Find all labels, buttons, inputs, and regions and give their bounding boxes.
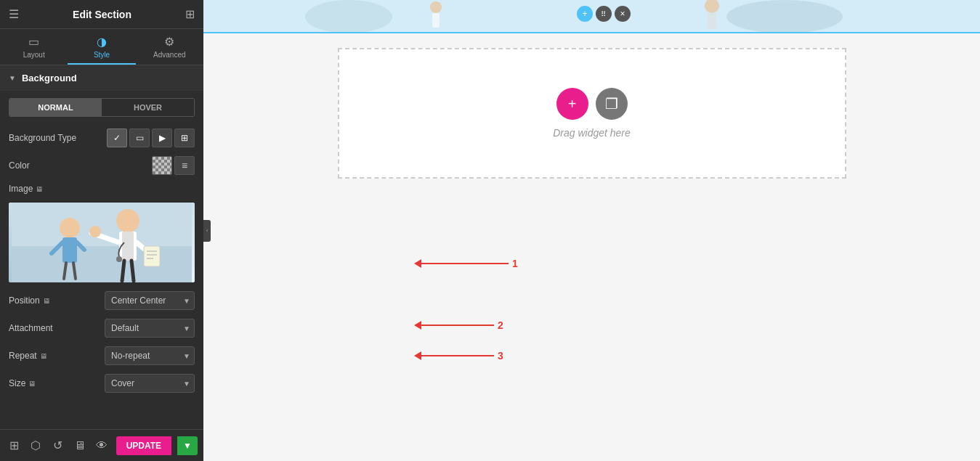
doctor-illustration	[9, 203, 195, 282]
sidebar-title: Edit Section	[19, 9, 185, 20]
position-label: Position 🖥	[9, 295, 99, 306]
repeat-select-wrap: No-repeat Repeat Repeat-X Repeat-Y ▼	[105, 346, 195, 365]
size-row: Size 🖥 Cover Contain Auto ▼	[0, 370, 203, 397]
banner-controls: + ⠿ ×	[577, 6, 631, 22]
repeat-monitor-icon: 🖥	[40, 352, 47, 360]
color-label: Color	[9, 160, 146, 171]
svg-line-19	[131, 261, 134, 281]
svg-point-24	[430, 1, 442, 13]
svg-line-18	[122, 261, 124, 281]
banner-add-button[interactable]: +	[577, 6, 593, 22]
banner-move-button[interactable]: ⠿	[596, 6, 612, 22]
background-type-controls: ✓ ▭ ▶ ⊞	[107, 128, 195, 147]
state-btn-hover[interactable]: HOVER	[102, 99, 194, 116]
svg-point-8	[116, 209, 139, 232]
size-label: Size 🖥	[9, 378, 99, 388]
color-list-button[interactable]: ≡	[174, 156, 195, 175]
state-buttons: NORMAL HOVER	[9, 98, 195, 117]
bg-type-slideshow[interactable]: ⊞	[174, 128, 195, 147]
sidebar-header: ☰ Edit Section ⊞	[0, 0, 203, 29]
bg-type-classic[interactable]: ▭	[129, 128, 150, 147]
drop-zone-buttons: + ❐	[556, 88, 628, 120]
color-controls: ≡	[152, 156, 195, 175]
section-collapse-icon: ▼	[9, 74, 16, 82]
image-preview-inner	[9, 203, 195, 282]
style-icon: ◑	[97, 35, 107, 49]
state-btn-normal[interactable]: NORMAL	[9, 99, 102, 116]
svg-rect-10	[122, 232, 134, 261]
advanced-icon: ⚙	[164, 35, 174, 49]
background-type-row: Background Type ✓ ▭ ▶ ⊞	[0, 124, 203, 152]
drop-zone-copy-button[interactable]: ❐	[596, 88, 628, 120]
image-label-row: Image 🖥	[0, 179, 203, 198]
tab-advanced-label: Advanced	[153, 51, 185, 59]
svg-point-11	[116, 256, 122, 262]
stack-icon[interactable]: ⬡	[28, 436, 44, 456]
bg-type-video[interactable]: ▶	[152, 128, 172, 147]
background-section-title: Background	[22, 73, 77, 83]
repeat-row: Repeat 🖥 No-repeat Repeat Repeat-X Repea…	[0, 342, 203, 370]
background-section-header[interactable]: ▼ Background	[0, 65, 203, 91]
drop-zone: + ❐ Drag widget here	[338, 48, 846, 179]
attachment-select-wrap: Default Fixed Scroll ▼	[105, 319, 195, 338]
attachment-row: Attachment Default Fixed Scroll ▼	[0, 314, 203, 342]
collapse-handle[interactable]: ‹	[203, 220, 211, 242]
position-select[interactable]: Center Center Top Left Top Center Top Ri…	[105, 291, 195, 310]
content-area: + ❐ Drag widget here	[203, 33, 980, 461]
monitor-icon[interactable]: 🖥	[72, 436, 88, 456]
tab-style-label: Style	[94, 51, 110, 59]
grid-icon[interactable]: ⊞	[185, 7, 195, 21]
svg-rect-25	[432, 13, 440, 28]
history-icon[interactable]: ↺	[50, 436, 66, 456]
attachment-label: Attachment	[9, 323, 99, 333]
image-preview[interactable]	[9, 203, 195, 282]
image-label: Image 🖥	[9, 184, 195, 194]
eye-icon[interactable]: 👁	[94, 436, 110, 456]
repeat-select[interactable]: No-repeat Repeat Repeat-X Repeat-Y	[105, 346, 195, 365]
sidebar-tabs: ▭ Layout ◑ Style ⚙ Advanced	[0, 29, 203, 65]
bg-type-none[interactable]: ✓	[107, 128, 127, 147]
main-content: + ⠿ × + ❐ Drag widget here 1 2 3	[203, 0, 980, 461]
background-type-label: Background Type	[9, 133, 101, 143]
banner-area: + ⠿ ×	[203, 0, 980, 33]
size-select-wrap: Cover Contain Auto ▼	[105, 374, 195, 393]
menu-icon[interactable]: ☰	[9, 7, 19, 21]
position-row: Position 🖥 Center Center Top Left Top Ce…	[0, 287, 203, 314]
repeat-label: Repeat 🖥	[9, 351, 99, 361]
svg-point-22	[305, 0, 392, 33]
banner-close-button[interactable]: ×	[615, 6, 631, 22]
drop-zone-add-button[interactable]: +	[556, 88, 588, 120]
tab-style[interactable]: ◑ Style	[68, 29, 135, 65]
tab-layout-label: Layout	[23, 51, 45, 59]
attachment-select[interactable]: Default Fixed Scroll	[105, 319, 195, 338]
svg-rect-3	[62, 237, 77, 263]
size-select[interactable]: Cover Contain Auto	[105, 374, 195, 393]
size-monitor-icon: 🖥	[28, 380, 36, 388]
svg-rect-1	[12, 246, 192, 282]
color-row: Color ≡	[0, 152, 203, 179]
update-arrow-button[interactable]: ▼	[177, 436, 198, 455]
svg-point-20	[89, 226, 101, 237]
tab-advanced[interactable]: ⚙ Advanced	[136, 29, 203, 65]
layers-icon[interactable]: ⊞	[6, 436, 22, 456]
svg-rect-14	[144, 246, 160, 266]
svg-point-2	[60, 218, 80, 238]
tab-layout[interactable]: ▭ Layout	[0, 29, 68, 65]
update-button[interactable]: UPDATE	[116, 436, 171, 455]
svg-point-23	[726, 0, 843, 33]
drop-zone-hint: Drag widget here	[553, 127, 631, 139]
image-placeholder	[9, 203, 195, 282]
layout-icon: ▭	[28, 35, 39, 49]
sidebar-bottom-toolbar: ⊞ ⬡ ↺ 🖥 👁 UPDATE ▼	[0, 429, 203, 461]
image-monitor-icon: 🖥	[36, 185, 43, 193]
position-select-wrap: Center Center Top Left Top Center Top Ri…	[105, 291, 195, 310]
position-monitor-icon: 🖥	[43, 297, 50, 305]
color-swatch[interactable]	[152, 156, 172, 175]
sidebar: ☰ Edit Section ⊞ ▭ Layout ◑ Style ⚙ Adva…	[0, 0, 203, 461]
svg-rect-27	[708, 13, 716, 29]
